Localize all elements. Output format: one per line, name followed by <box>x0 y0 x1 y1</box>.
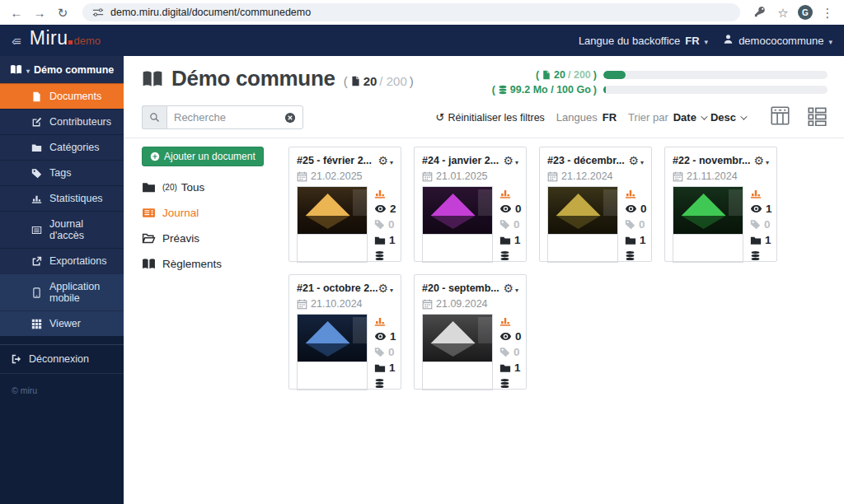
sidebar-item-categories[interactable]: Catégories <box>0 134 124 160</box>
search-input[interactable] <box>174 111 284 124</box>
card-stats: 0 0 1 <box>499 314 522 390</box>
storage-stat <box>499 249 522 263</box>
bookmark-star-icon[interactable]: ☆ <box>775 7 791 19</box>
docs-current: 20 <box>554 69 565 81</box>
document-card[interactable]: #22 - novembr... 21.11.2024 <box>664 147 777 262</box>
workspace-selector[interactable]: Démo commune <box>0 56 124 83</box>
logout-button[interactable]: Déconnexion <box>0 344 124 374</box>
add-document-button[interactable]: Ajouter un document <box>142 147 264 166</box>
card-settings-gear-icon[interactable] <box>503 281 518 296</box>
views-stat: 0 <box>625 202 647 216</box>
plus-circle-icon <box>150 152 160 161</box>
sidebar-item-label: Viewer <box>49 318 81 329</box>
sidebar-item-tags[interactable]: Tags <box>0 160 124 185</box>
folder-count: (20) <box>162 183 177 192</box>
folder-item-preavis[interactable]: Préavis <box>142 226 267 251</box>
password-key-icon[interactable] <box>752 6 768 19</box>
sidebar-item-documents[interactable]: Documents <box>0 83 124 109</box>
card-stats: 2 0 1 <box>374 186 396 263</box>
card-stats: 0 0 1 <box>625 186 647 263</box>
sidebar-item-label: Contributeurs <box>49 116 111 128</box>
stats-chart-icon[interactable] <box>499 186 522 200</box>
chevron-down-icon <box>26 64 30 76</box>
chevron-down-icon <box>828 35 832 47</box>
languages-label: Langues <box>556 111 598 124</box>
list-view-toggle[interactable] <box>807 105 828 129</box>
stats-chart-icon[interactable] <box>374 314 396 328</box>
card-settings-gear-icon[interactable] <box>753 153 769 168</box>
document-card[interactable]: #20 - septemb... 21.09.2024 <box>414 274 527 390</box>
views-stat: 0 <box>499 329 522 343</box>
sidebar-item-journal-acces[interactable]: Journal d'accès <box>0 211 124 248</box>
tag-icon <box>31 168 42 179</box>
book-icon <box>142 257 156 271</box>
sort-direction-dropdown[interactable]: Desc <box>710 111 745 124</box>
language-fr-toggle[interactable]: FR <box>603 111 617 124</box>
sidebar-item-label: Tags <box>49 167 71 179</box>
list-icon <box>31 225 42 236</box>
folder-label: Règlements <box>162 258 222 270</box>
card-settings-gear-icon[interactable] <box>503 153 518 168</box>
chevron-down-icon <box>740 113 747 119</box>
sidebar-item-contributeurs[interactable]: Contributeurs <box>0 109 124 134</box>
card-thumbnail[interactable] <box>422 314 493 390</box>
chevron-down-icon <box>766 153 769 168</box>
browser-reload-button[interactable]: ↻ <box>54 7 71 19</box>
backoffice-language-dropdown[interactable]: Langue du backoffice FR <box>579 35 708 47</box>
tag-icon <box>499 219 510 230</box>
sidebar-item-exportations[interactable]: Exportations <box>0 248 124 273</box>
tags-count: 0 <box>639 218 645 231</box>
card-thumbnail[interactable] <box>673 186 743 263</box>
sidebar-item-application-mobile[interactable]: Application mobile <box>0 273 124 310</box>
card-thumbnail[interactable] <box>422 186 493 263</box>
folder-icon <box>499 235 511 246</box>
reset-filters-button[interactable]: Réinitialiser les filtres <box>436 111 545 124</box>
grid-icon <box>31 319 42 329</box>
folder-item-tous[interactable]: (20) Tous <box>142 175 267 200</box>
storage-quota-label: ( 99.2 Mo / 100 Go ) <box>481 84 597 96</box>
card-settings-gear-icon[interactable] <box>628 153 644 168</box>
chevron-down-icon <box>390 153 393 168</box>
grid-view-toggle[interactable] <box>770 105 790 129</box>
stats-chart-icon[interactable] <box>374 186 396 200</box>
clear-search-icon[interactable] <box>284 112 296 124</box>
count-total: / 200 <box>379 74 406 88</box>
storage-stat <box>750 249 772 263</box>
docs-progress-bar <box>603 71 828 79</box>
document-card[interactable]: #24 - janvier 2... 21.01.2025 <box>414 147 527 262</box>
sidebar-item-viewer[interactable]: Viewer <box>0 310 124 336</box>
card-stats: 0 0 1 <box>499 186 522 263</box>
user-account-dropdown[interactable]: demococommune <box>723 34 832 47</box>
document-card[interactable]: #21 - octobre 2... 21.10.2024 <box>288 274 401 390</box>
card-thumbnail[interactable] <box>297 314 368 390</box>
card-title: #25 - février 2... <box>297 155 372 166</box>
tags-stat: 0 <box>625 217 647 231</box>
card-thumbnail[interactable] <box>547 186 618 263</box>
address-bar[interactable]: demo.miru.digital/document/communedemo <box>82 3 740 21</box>
sidebar-collapse-icon[interactable]: ‹≡ <box>12 34 20 48</box>
thumbnail-caption <box>298 234 367 242</box>
pyramid-reflection <box>306 216 350 229</box>
document-card[interactable]: #25 - février 2... 21.02.2025 <box>288 147 401 262</box>
file-icon <box>542 70 551 80</box>
sidebar-item-label: Documents <box>49 91 101 102</box>
stats-chart-icon[interactable] <box>750 186 772 200</box>
folder-item-reglements[interactable]: Règlements <box>142 251 267 277</box>
stats-chart-icon[interactable] <box>625 186 647 200</box>
folder-item-journal[interactable]: Journal <box>142 200 267 226</box>
browser-menu-icon[interactable]: ⋮ <box>819 7 836 19</box>
sidebar-item-statistiques[interactable]: Statistiques <box>0 185 124 211</box>
sort-field-dropdown[interactable]: Date <box>673 111 706 124</box>
miru-logo[interactable]: Miru demo <box>30 27 101 54</box>
site-settings-icon[interactable] <box>92 7 104 18</box>
browser-forward-button[interactable]: → <box>31 7 48 19</box>
card-settings-gear-icon[interactable] <box>377 281 393 296</box>
folder-icon <box>31 142 42 153</box>
stats-chart-icon[interactable] <box>499 314 522 328</box>
card-settings-gear-icon[interactable] <box>377 153 393 168</box>
browser-profile-avatar[interactable]: G <box>798 5 813 20</box>
document-card[interactable]: #23 - décembr... 21.12.2024 <box>539 147 652 262</box>
browser-back-button[interactable]: ← <box>8 7 25 19</box>
eye-icon <box>374 203 387 215</box>
card-thumbnail[interactable] <box>297 186 368 263</box>
